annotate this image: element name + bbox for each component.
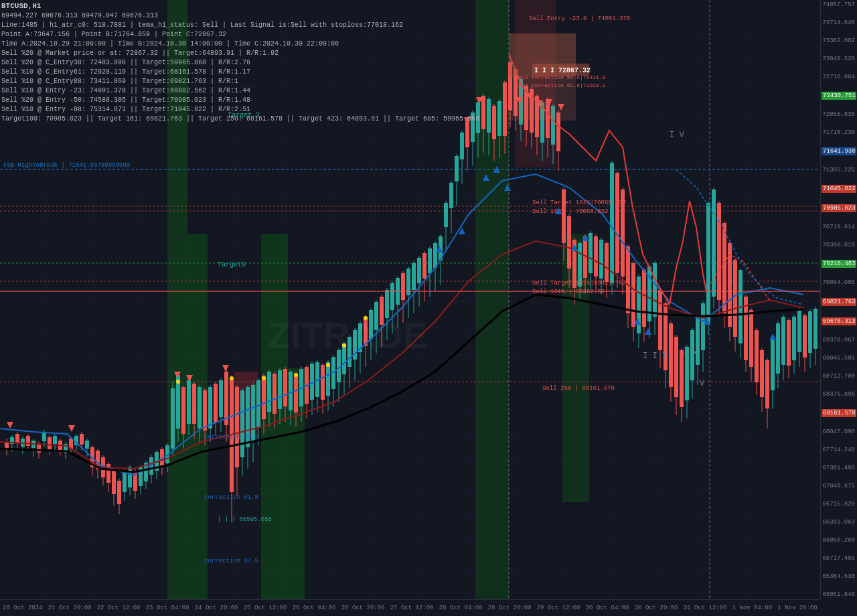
svg-rect-359 [813, 309, 817, 349]
time-label-1: 21 Oct 20:00 [48, 605, 92, 611]
svg-rect-305 [669, 323, 673, 387]
svg-rect-325 [722, 223, 726, 313]
svg-rect-145 [240, 390, 244, 457]
svg-rect-343 [771, 337, 775, 390]
svg-text:I V: I V [670, 131, 684, 140]
price-65051: 65051.848 [822, 591, 856, 598]
svg-rect-85 [80, 434, 84, 445]
price-71385: 71385.225 [822, 167, 856, 173]
svg-rect-101 [123, 471, 127, 492]
price-70054: 70054.005 [822, 279, 856, 286]
svg-rect-119 [171, 388, 175, 449]
price-68375: 68375.895 [822, 391, 856, 398]
svg-rect-205 [401, 273, 405, 300]
svg-rect-159 [278, 370, 282, 409]
time-label-5: 25 Oct 12:00 [244, 605, 287, 611]
svg-rect-143 [235, 387, 239, 467]
svg-rect-199 [385, 290, 389, 318]
svg-rect-295 [642, 270, 646, 327]
time-axis: 20 Oct 2024 21 Oct 20:00 22 Oct 12:00 23… [0, 599, 820, 616]
svg-rect-357 [808, 311, 812, 353]
svg-point-407 [230, 376, 234, 380]
svg-rect-65 [26, 436, 30, 446]
price-68712: 68712.700 [822, 373, 856, 380]
svg-point-410 [326, 363, 330, 367]
svg-rect-239 [492, 106, 496, 139]
svg-rect-127 [192, 384, 196, 424]
price-67048: 67048.675 [822, 483, 856, 489]
price-71718: 71718.230 [822, 129, 856, 136]
svg-text:V: V [700, 379, 705, 388]
time-label-0: 20 Oct 2024 [3, 605, 42, 611]
price-67714: 67714.248 [822, 447, 856, 453]
svg-text:I V: I V [683, 347, 698, 356]
price-65384: 65384.630 [822, 573, 856, 580]
svg-text:Sell 250 | 68161.578: Sell 250 | 68161.578 [542, 385, 615, 392]
time-label-9: 28 Oct 04:00 [439, 605, 483, 611]
svg-rect-38 [167, 0, 187, 599]
svg-rect-347 [781, 317, 785, 365]
svg-rect-277 [594, 236, 598, 277]
svg-rect-155 [267, 372, 271, 412]
svg-rect-223 [449, 183, 453, 208]
svg-rect-163 [289, 372, 293, 410]
svg-text:Sell correction 61.8|72928.1: Sell correction 61.8|72928.1 [516, 82, 606, 88]
svg-rect-315 [696, 317, 700, 365]
svg-rect-217 [433, 243, 437, 268]
price-71045: 71045.822 [822, 185, 856, 193]
svg-rect-301 [658, 290, 662, 350]
svg-text:Sell Target 161%|69821.763: Sell Target 161%|69821.763 [532, 280, 626, 287]
svg-rect-123 [181, 387, 185, 434]
svg-rect-133 [208, 387, 212, 429]
price-70216: 70216.483 [822, 260, 856, 268]
price-65717: 65717.455 [822, 555, 856, 562]
svg-rect-283 [610, 163, 614, 283]
svg-rect-129 [198, 387, 202, 429]
svg-rect-87 [85, 441, 89, 449]
svg-rect-243 [503, 82, 507, 136]
svg-rect-299 [653, 263, 657, 317]
svg-rect-341 [765, 360, 769, 408]
svg-text:Sell Target 161%|70068.832: Sell Target 161%|70068.832 [532, 200, 626, 206]
price-current: 69676.313 [822, 317, 856, 325]
time-label-3: 23 Oct 04:00 [146, 605, 189, 611]
svg-text:correction 87.5: correction 87.5 [204, 558, 258, 564]
svg-rect-317 [701, 303, 705, 350]
svg-rect-265 [562, 189, 566, 243]
svg-rect-201 [390, 283, 394, 310]
time-label-8: 27 Oct 12:00 [390, 605, 434, 611]
svg-rect-165 [294, 374, 298, 412]
svg-point-409 [294, 373, 298, 377]
price-72716: 72716.964 [822, 74, 856, 80]
price-68161: 68161.578 [822, 409, 856, 417]
price-71641: 71641.938 [822, 147, 856, 155]
time-label-6: 26 Oct 04:00 [293, 605, 336, 611]
svg-rect-279 [599, 240, 603, 279]
chart-container: BTCUSD,H1 69494.227 69676.313 69479.047 … [0, 0, 857, 616]
svg-rect-177 [326, 362, 330, 396]
svg-rect-227 [460, 133, 464, 159]
svg-text:Target 2: Target 2 [228, 112, 260, 119]
svg-rect-213 [422, 253, 426, 279]
svg-rect-61 [15, 434, 19, 443]
svg-rect-211 [417, 258, 421, 283]
price-70985: 70985.023 [822, 204, 856, 212]
svg-rect-135 [214, 384, 218, 422]
svg-rect-353 [797, 310, 801, 352]
time-label-4: 24 Oct 20:00 [195, 605, 238, 611]
svg-rect-291 [631, 263, 635, 327]
svg-text:Sell 100% | 70068.832: Sell 100% | 70068.832 [532, 208, 608, 215]
price-69045: 69045.505 [822, 355, 856, 362]
time-label-10: 28 Oct 20:00 [488, 605, 532, 611]
svg-rect-231 [471, 112, 475, 142]
svg-rect-75 [53, 436, 57, 444]
svg-rect-151 [256, 380, 260, 427]
svg-rect-97 [112, 471, 116, 494]
svg-text:| | | 66595.055: | | | 66595.055 [218, 516, 272, 523]
svg-text:FSB-HighToBreak | 71641.937999: FSB-HighToBreak | 71641.93799999999 [3, 162, 130, 169]
price-73714: 73714.648 [822, 19, 856, 26]
svg-rect-225 [455, 156, 459, 181]
svg-rect-319 [706, 203, 710, 323]
svg-rect-131 [203, 390, 207, 431]
svg-rect-215 [428, 248, 432, 273]
